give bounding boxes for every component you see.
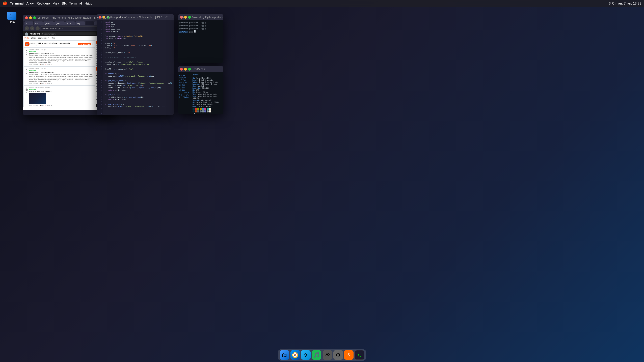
comments-button[interactable]: 💬 43 Comments	[29, 83, 38, 84]
code-line: subprocess.call(['xdotool', 'windowmove'…	[105, 105, 172, 108]
more-button[interactable]: •••	[51, 105, 52, 106]
post-title[interactable]: | Weekly Workshop 2018-12-28	[29, 53, 94, 54]
sublime-text-window: ~/Wreckling/Python/partition/partition –…	[96, 14, 174, 115]
neofetch-content: _nnnn_ dGGGGMMb @p~qp~~qMb M|@||@) M| @,…	[178, 72, 224, 114]
terminal-neofetch-window: carl@zen: ~ _nnnn_ dGGGGMMb @p~qp~~qMb M…	[178, 66, 224, 114]
code-line: screen = (3840 - 2 * border, 2160 - 3 * …	[105, 44, 172, 47]
minimize-button[interactable]	[184, 68, 187, 70]
nav-github[interactable]: Github	[31, 37, 36, 39]
upvote-button[interactable]: ▲	[26, 87, 27, 89]
menu-redigera[interactable]: Redigera	[36, 1, 50, 5]
code-line: from hashlib import sha1	[105, 37, 172, 40]
post-title[interactable]: | Weekly Workshop 2019-01-04	[29, 71, 94, 73]
line-number: 18	[96, 61, 103, 63]
comments-button[interactable]: 💬 38 Comments	[29, 64, 38, 65]
back-button[interactable]: ‹	[25, 26, 29, 30]
post-votes: ▲ 34 ▼	[25, 49, 28, 65]
code-line: result = subprocess.check_output(['xdoto…	[105, 82, 172, 84]
color-block	[195, 108, 197, 110]
forward-button[interactable]: ›	[30, 26, 34, 30]
post-thumbnail	[29, 93, 46, 104]
terminal-partition-window: carl@zen: ~/Wreckling/Python/partition p…	[178, 14, 224, 63]
downvote-button[interactable]: ▼	[26, 72, 27, 74]
reload-button[interactable]: ↻	[36, 26, 40, 30]
dock-icon-settings[interactable]: 👁	[323, 350, 332, 360]
menu-blk[interactable]: Blk	[62, 1, 66, 5]
line-number: 26	[96, 80, 103, 82]
tab-skype[interactable]: skype...	[76, 21, 85, 25]
term-output: partition partition --apply	[179, 25, 206, 27]
nav-communities[interactable]: Communities ▼	[38, 37, 50, 39]
tab-arkiv[interactable]: arkiv.s...	[65, 21, 75, 25]
close-banner-button[interactable]: ✕	[92, 43, 94, 45]
dock-icon-safari[interactable]: 🧭	[290, 350, 300, 360]
reddit-search[interactable]	[41, 32, 96, 35]
term-output: partition partition --apply	[179, 28, 206, 30]
close-button[interactable]	[25, 16, 28, 19]
tab-unixporn[interactable]: r/unix...	[34, 21, 43, 25]
menu-visa[interactable]: Visa	[53, 1, 59, 5]
post-meta: Posted by u/alpine · 9 days ago	[29, 49, 94, 50]
line-number: 11	[96, 44, 103, 47]
share-button[interactable]: 📤 Share	[40, 105, 44, 106]
line-number: 28	[96, 84, 103, 87]
code-line: devnull = open(os.devnull, 'wb')	[105, 68, 172, 70]
save-button[interactable]: 🔖 Save	[45, 83, 50, 84]
app-name[interactable]: Terminal	[10, 1, 24, 5]
menu-arkiv[interactable]: Arkiv	[26, 1, 34, 5]
neo-terminal-app: Terminal: mate-terminal	[192, 99, 222, 101]
code-line: from rockpack import newPacker, PackingB…	[105, 35, 172, 37]
upvote-button[interactable]: ▲	[26, 68, 27, 70]
nav-wiki[interactable]: Wiki	[52, 37, 55, 39]
comments-button[interactable]: 💬 59 Comments	[29, 105, 38, 106]
line-number: 14	[96, 51, 103, 54]
code-line: import syslog	[105, 26, 172, 28]
share-button[interactable]: 📤 Share	[40, 64, 44, 65]
neo-de: DE: MATE	[192, 89, 222, 91]
save-button[interactable]: 🔖 Save	[45, 64, 50, 65]
dock-icon-finder[interactable]: 🗂	[280, 350, 289, 360]
menubar-left: 🍎 Terminal Arkiv Redigera Visa Blk Termi…	[3, 1, 92, 5]
close-button[interactable]	[180, 68, 183, 70]
tab-crypto[interactable]: Crypto	[24, 21, 33, 25]
tab-1104[interactable]: 11.04	[86, 21, 94, 25]
upvote-button[interactable]: ▲	[26, 49, 27, 51]
line-number: 36	[96, 103, 103, 105]
maximize-button[interactable]	[33, 16, 36, 19]
line-number: 1	[96, 21, 103, 23]
downvote-button[interactable]: ▼	[26, 53, 27, 55]
more-button[interactable]: •••	[51, 64, 52, 65]
code-editor[interactable]: import os import json import syslog impo…	[103, 20, 174, 115]
apple-menu[interactable]: 🍎	[3, 1, 7, 5]
tab-geekm2[interactable]: geekm...	[54, 21, 64, 25]
reddit-community[interactable]: r/unixporn	[30, 33, 40, 35]
dock-icon-sublime[interactable]: S	[344, 350, 354, 360]
neo-wm: WM: Metacity (Marco)	[192, 91, 222, 93]
menu-terminal[interactable]: Terminal	[69, 1, 82, 5]
downvote-button[interactable]: ▼	[26, 91, 27, 93]
line-number: 7	[96, 35, 103, 37]
dock-icon-spotify[interactable]: 🎵	[312, 350, 321, 360]
post-meta: Posted by u/alpine · 2 days ago	[29, 68, 94, 69]
minimize-button[interactable]	[29, 16, 32, 19]
post-title[interactable]: [DWM] A Sleepless Weekend	[29, 90, 94, 92]
code-line: import os	[105, 21, 172, 23]
term-output: partition partition --apply	[179, 22, 206, 24]
browser-title: r/unixporn – the home for *NIX customiza…	[38, 16, 101, 19]
maximize-button[interactable]	[188, 68, 191, 70]
terminal-partition-content[interactable]: partition partition --apply partition pa…	[178, 20, 224, 63]
line-number: 24	[96, 75, 103, 77]
get-started-button[interactable]: GET STARTED	[78, 43, 91, 45]
dock-icon-system[interactable]: ⚙	[334, 350, 343, 360]
save-button[interactable]: 🔖 Save	[45, 105, 50, 106]
tab-geekm1[interactable]: geekm...	[44, 21, 54, 25]
nav-posts[interactable]: Posts	[24, 37, 29, 39]
dock-icon-telegram[interactable]: ✈	[301, 350, 310, 360]
code-line: import subprocess	[105, 28, 172, 30]
code-line: layouts_config = '/home/carl/.config/lay…	[105, 63, 172, 65]
more-button[interactable]: •••	[51, 83, 52, 84]
desktop-icon-hem[interactable]: 🗂 Hem	[5, 12, 18, 24]
dock-icon-terminal[interactable]: >_	[355, 350, 364, 360]
menu-hjälp[interactable]: Hjälp	[84, 1, 92, 5]
share-button[interactable]: 📤 Share	[40, 83, 44, 84]
